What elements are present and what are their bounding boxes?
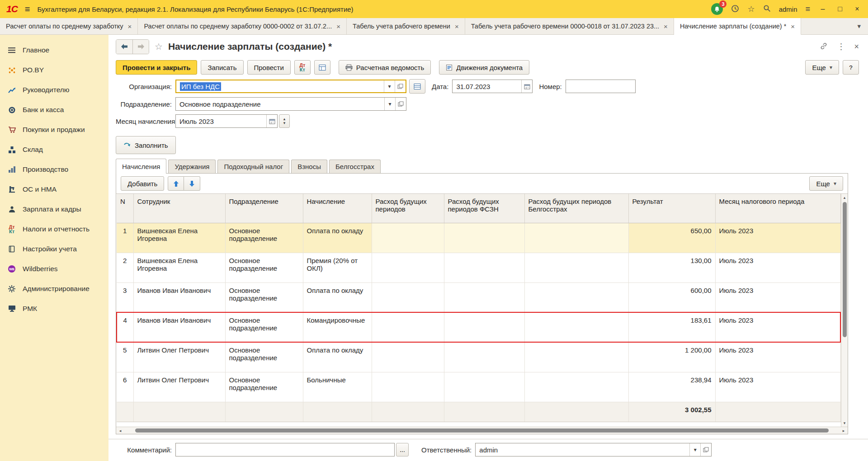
sidebar-item-wildberries[interactable]: WB Wildberries bbox=[0, 259, 108, 279]
cell-n[interactable]: 1 bbox=[117, 223, 133, 253]
move-down-button[interactable] bbox=[184, 176, 200, 191]
department-dropdown-icon[interactable]: ▾ bbox=[384, 98, 395, 110]
document-movements-button[interactable]: Движения документа bbox=[439, 60, 529, 75]
organization-value[interactable]: ИП без НДС bbox=[176, 80, 384, 92]
notifications-button[interactable]: 3 bbox=[711, 3, 723, 15]
cell-tax-month[interactable]: Июль 2023 bbox=[715, 253, 840, 282]
cell-expense-fszn[interactable] bbox=[444, 372, 524, 402]
responsible-value[interactable]: admin bbox=[476, 443, 689, 456]
tab-deductions[interactable]: Удержания bbox=[168, 160, 216, 173]
cell-expense-belgos[interactable] bbox=[524, 282, 628, 312]
window-tab-payment-calc-doc[interactable]: Расчет оплаты по среднему заработку 0000… bbox=[138, 18, 347, 34]
help-button[interactable]: ? bbox=[843, 60, 859, 75]
horizontal-scroll-thumb[interactable] bbox=[135, 428, 829, 433]
tab-contributions[interactable]: Взносы bbox=[291, 160, 327, 173]
history-icon[interactable] bbox=[731, 5, 739, 14]
cell-result[interactable]: 238,94 bbox=[628, 372, 715, 402]
cell-n[interactable]: 3 bbox=[117, 282, 133, 312]
col-result[interactable]: Результат bbox=[628, 194, 715, 223]
maximize-button[interactable]: □ bbox=[835, 5, 844, 13]
move-up-button[interactable] bbox=[168, 176, 184, 191]
col-accrual[interactable]: Начисление bbox=[303, 194, 372, 223]
organization-open-icon[interactable] bbox=[395, 80, 406, 92]
tab-close-icon[interactable]: × bbox=[128, 23, 132, 30]
cell-accrual[interactable]: Оплата по окладу bbox=[303, 342, 372, 372]
table-row-error[interactable]: 4 Иванов Иван Иванович Основное подразде… bbox=[117, 312, 840, 342]
add-row-button[interactable]: Добавить bbox=[121, 176, 164, 191]
favorite-star-icon[interactable]: ☆ bbox=[155, 41, 163, 52]
horizontal-scroll-track[interactable] bbox=[124, 427, 840, 434]
month-stepper[interactable]: ▴ ▾ bbox=[279, 114, 290, 128]
sidebar-item-accounting-settings[interactable]: Настройки учета bbox=[0, 239, 108, 259]
date-field[interactable]: 31.07.2023 bbox=[452, 80, 533, 93]
tab-list-chevron-icon[interactable]: ▾ bbox=[850, 18, 868, 34]
close-form-icon[interactable]: × bbox=[854, 42, 859, 51]
write-button[interactable]: Записать bbox=[201, 60, 243, 75]
responsible-open-icon[interactable] bbox=[700, 443, 711, 456]
show-postings-button[interactable]: ДтКт bbox=[294, 60, 311, 75]
cell-department[interactable]: Основное подразделение bbox=[225, 223, 303, 253]
col-expense-fszn[interactable]: Расход будущих периодов ФСЗН bbox=[444, 194, 524, 223]
sidebar-item-warehouse[interactable]: Склад bbox=[0, 140, 108, 160]
cell-department[interactable]: Основное подразделение bbox=[225, 342, 303, 372]
sidebar-item-salary-hr[interactable]: Зарплата и кадры bbox=[0, 199, 108, 219]
tab-close-icon[interactable]: × bbox=[664, 23, 668, 30]
cell-n[interactable]: 4 bbox=[117, 312, 133, 342]
department-value[interactable]: Основное подразделение bbox=[176, 98, 384, 110]
cell-result[interactable]: 650,00 bbox=[628, 223, 715, 253]
cell-tax-month[interactable]: Июль 2023 bbox=[715, 312, 840, 342]
department-open-icon[interactable] bbox=[395, 98, 406, 110]
cell-expense-future[interactable] bbox=[372, 223, 444, 253]
sidebar-item-rmk[interactable]: РМК bbox=[0, 299, 108, 319]
responsible-field[interactable]: admin ▾ bbox=[475, 443, 712, 456]
comment-field[interactable] bbox=[175, 443, 395, 456]
table-row[interactable]: 1 Вишневская Елена Игоревна Основное под… bbox=[117, 223, 840, 253]
sidebar-item-taxes-reports[interactable]: ДтКт Налоги и отчетность bbox=[0, 219, 108, 239]
scroll-left-icon[interactable]: ◂ bbox=[116, 427, 124, 434]
number-field[interactable] bbox=[566, 80, 636, 93]
tab-income-tax[interactable]: Подоходный налог bbox=[217, 160, 289, 173]
window-tab-salary-accrual[interactable]: Начисление зарплаты (создание) * × bbox=[674, 18, 801, 35]
cell-accrual[interactable]: Оплата по окладу bbox=[303, 282, 372, 312]
table-row[interactable]: 2 Вишневская Елена Игоревна Основное под… bbox=[117, 253, 840, 282]
col-employee[interactable]: Сотрудник bbox=[133, 194, 225, 223]
cell-accrual[interactable]: Оплата по окладу bbox=[303, 223, 372, 253]
tab-close-icon[interactable]: × bbox=[455, 23, 459, 30]
cell-accrual[interactable]: Премия (20% от ОКЛ) bbox=[303, 253, 372, 282]
back-button[interactable] bbox=[116, 40, 132, 54]
horizontal-scrollbar[interactable]: ◂ ▸ bbox=[116, 427, 848, 434]
cell-employee[interactable]: Иванов Иван Иванович bbox=[133, 282, 225, 312]
cell-employee[interactable]: Вишневская Елена Игоревна bbox=[133, 223, 225, 253]
window-tab-timesheet[interactable]: Табель учета рабочего времени × bbox=[347, 18, 465, 34]
grid-more-button[interactable]: Еще ▾ bbox=[809, 176, 843, 191]
month-calendar-icon[interactable] bbox=[266, 115, 277, 127]
col-n[interactable]: N bbox=[117, 194, 133, 223]
cell-expense-future[interactable] bbox=[372, 282, 444, 312]
post-button[interactable]: Провести bbox=[247, 60, 291, 75]
cell-n[interactable]: 5 bbox=[117, 342, 133, 372]
favorites-icon[interactable]: ☆ bbox=[747, 5, 755, 13]
cell-expense-belgos[interactable] bbox=[524, 253, 628, 282]
window-tab-payment-calc[interactable]: Расчет оплаты по среднему заработку × bbox=[0, 18, 138, 34]
cell-department[interactable]: Основное подразделение bbox=[225, 253, 303, 282]
cell-department[interactable]: Основное подразделение bbox=[225, 312, 303, 342]
cell-tax-month[interactable]: Июль 2023 bbox=[715, 342, 840, 372]
cell-expense-belgos[interactable] bbox=[524, 372, 628, 402]
cell-expense-fszn[interactable] bbox=[444, 342, 524, 372]
cell-result[interactable]: 1 200,00 bbox=[628, 342, 715, 372]
cell-n[interactable]: 6 bbox=[117, 372, 133, 402]
comment-expand-button[interactable]: ... bbox=[396, 443, 409, 456]
cell-tax-month[interactable]: Июль 2023 bbox=[715, 223, 840, 253]
tab-close-icon[interactable]: × bbox=[336, 23, 340, 30]
vertical-scrollbar[interactable]: ▴ ▾ bbox=[841, 194, 848, 427]
cell-result[interactable]: 183,61 bbox=[628, 312, 715, 342]
cell-employee[interactable]: Вишневская Елена Игоревна bbox=[133, 253, 225, 282]
cell-expense-future[interactable] bbox=[372, 372, 444, 402]
tab-close-icon[interactable]: × bbox=[791, 23, 795, 30]
comment-value[interactable] bbox=[176, 443, 394, 456]
table-row[interactable]: 6 Литвин Олег Петрович Основное подразде… bbox=[117, 372, 840, 402]
cell-result[interactable]: 600,00 bbox=[628, 282, 715, 312]
sidebar-item-production[interactable]: Производство bbox=[0, 160, 108, 179]
sidebar-item-purchases-sales[interactable]: Покупки и продажи bbox=[0, 120, 108, 140]
sidebar-item-fixed-assets[interactable]: ОС и НМА bbox=[0, 179, 108, 199]
